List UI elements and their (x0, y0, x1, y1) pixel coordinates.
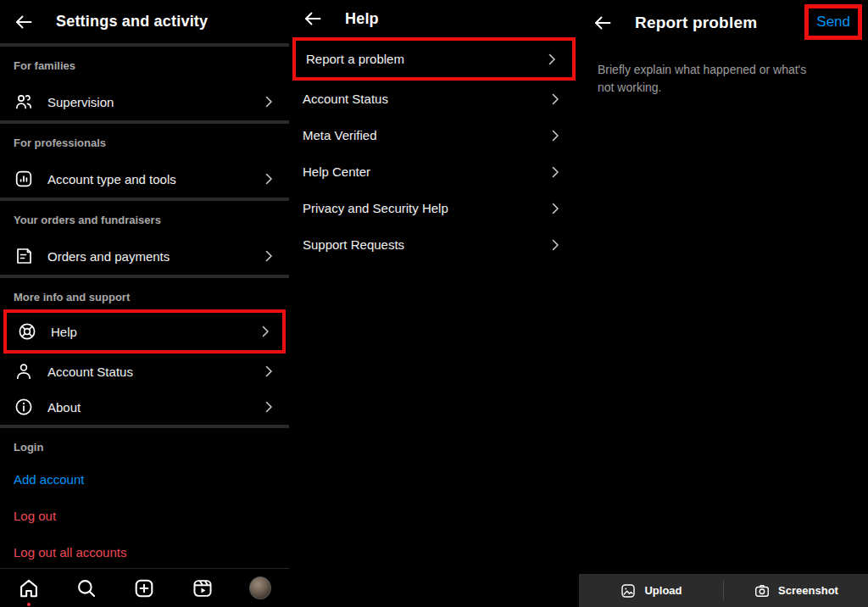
settings-item-supervision[interactable]: Supervision (0, 83, 289, 120)
chevron-right-icon (548, 165, 562, 179)
info-icon (14, 397, 34, 417)
add-account-link[interactable]: Add account (0, 473, 289, 487)
back-arrow-icon[interactable] (14, 12, 34, 32)
help-item-label: Privacy and Security Help (303, 201, 548, 215)
search-icon (75, 577, 97, 599)
upload-button[interactable]: Upload (579, 574, 723, 607)
settings-item-label: Help (51, 325, 259, 339)
send-button[interactable]: Send (816, 14, 850, 31)
help-item-label: Support Requests (303, 237, 548, 252)
report-problem-highlight-box: Report a problem (292, 37, 576, 81)
nav-search[interactable] (75, 577, 97, 599)
log-out-all-accounts-link[interactable]: Log out all accounts (0, 546, 289, 560)
section-label-more-info-support: More info and support (0, 278, 289, 304)
home-icon (18, 577, 40, 599)
settings-item-label: Supervision (47, 95, 262, 109)
help-highlight-box: Help (3, 309, 286, 354)
chevron-right-icon (548, 238, 562, 252)
page-title: Report problem (635, 14, 757, 32)
chevron-right-icon (548, 129, 562, 142)
section-label-orders-fundraisers: Your orders and fundraisers (0, 201, 289, 227)
help-item-report-a-problem[interactable]: Report a problem (296, 41, 572, 77)
help-item-help-center[interactable]: Help Center (289, 153, 579, 190)
section-label-for-professionals: For professionals (0, 124, 289, 150)
section-label-login: Login (0, 428, 289, 454)
chevron-right-icon (259, 325, 272, 338)
settings-item-account-type-tools[interactable]: Account type and tools (0, 160, 289, 198)
camera-icon (754, 582, 771, 599)
chart-icon (14, 169, 34, 189)
help-item-account-status[interactable]: Account Status (289, 81, 579, 117)
settings-panel: Settings and activity For families Super… (0, 0, 289, 607)
report-action-bar: Upload Screenshot (579, 574, 868, 607)
upload-button-label: Upload (644, 584, 682, 597)
help-item-label: Help Center (303, 164, 548, 179)
nav-profile[interactable] (249, 577, 271, 599)
settings-item-label: Account Status (47, 365, 262, 379)
back-arrow-icon[interactable] (303, 8, 323, 29)
help-item-meta-verified[interactable]: Meta Verified (289, 117, 579, 153)
bottom-nav-bar (0, 568, 289, 607)
nav-home[interactable] (18, 577, 40, 599)
chevron-right-icon (262, 365, 275, 378)
help-item-label: Report a problem (306, 52, 545, 66)
log-out-link[interactable]: Log out (0, 510, 289, 523)
avatar (249, 576, 271, 599)
settings-item-label: About (47, 400, 262, 415)
home-notification-dot (27, 603, 31, 606)
screenshot-button-label: Screenshot (778, 584, 838, 597)
plus-square-icon (133, 577, 155, 599)
settings-item-about[interactable]: About (0, 389, 289, 425)
chevron-right-icon (262, 172, 275, 186)
help-item-label: Account Status (303, 92, 548, 106)
settings-item-label: Account type and tools (47, 172, 262, 187)
chevron-right-icon (262, 249, 275, 263)
help-item-support-requests[interactable]: Support Requests (289, 226, 579, 263)
help-item-label: Meta Verified (303, 128, 548, 142)
settings-item-help[interactable]: Help (7, 313, 282, 350)
chevron-right-icon (262, 95, 275, 109)
lifebuoy-icon (17, 321, 37, 342)
settings-item-label: Orders and payments (47, 249, 262, 264)
help-item-privacy-security-help[interactable]: Privacy and Security Help (289, 190, 579, 226)
chevron-right-icon (548, 92, 562, 106)
section-label-for-families: For families (0, 47, 289, 73)
chevron-right-icon (545, 53, 559, 66)
help-header: Help (289, 0, 579, 37)
nav-create[interactable] (133, 577, 155, 599)
screenshot-button[interactable]: Screenshot (724, 574, 868, 607)
supervision-icon (14, 92, 34, 112)
report-description-input[interactable]: Briefly explain what happened or what's … (598, 61, 816, 97)
chevron-right-icon (262, 400, 275, 414)
settings-item-account-status[interactable]: Account Status (0, 354, 289, 389)
settings-item-orders-payments[interactable]: Orders and payments (0, 237, 289, 275)
report-problem-panel: Report problem Send Briefly explain what… (579, 0, 868, 607)
person-icon (14, 361, 34, 381)
reels-icon (192, 577, 214, 599)
help-panel: Help Report a problem Account Status Met… (289, 0, 579, 607)
chevron-right-icon (548, 202, 562, 215)
back-arrow-icon[interactable] (593, 13, 613, 33)
instagram-settings-composite: Settings and activity For families Super… (0, 0, 868, 607)
upload-image-icon (620, 582, 637, 599)
nav-reels[interactable] (192, 577, 214, 599)
receipt-icon (14, 246, 34, 266)
send-highlight-box: Send (804, 4, 862, 40)
page-title: Help (345, 10, 379, 28)
page-title: Settings and activity (56, 13, 208, 31)
settings-header: Settings and activity (0, 0, 289, 43)
